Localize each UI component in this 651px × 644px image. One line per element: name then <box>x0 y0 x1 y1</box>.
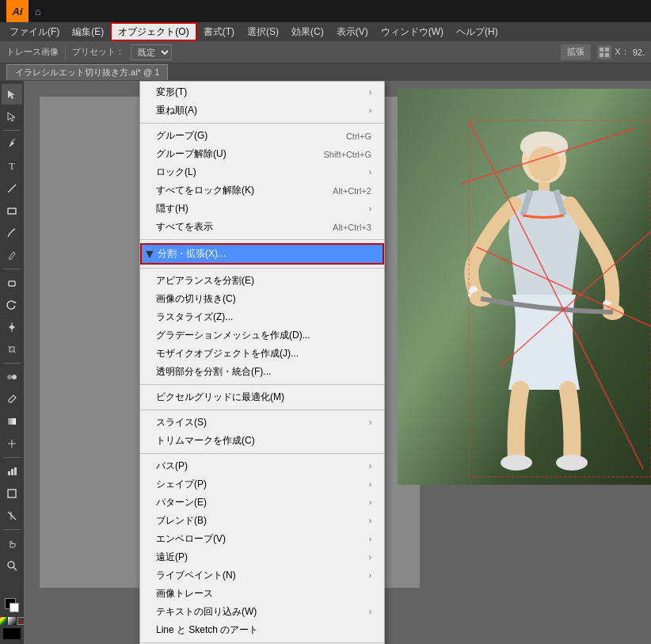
gradient-btn[interactable] <box>8 617 16 625</box>
arrow-live-paint: › <box>369 571 371 580</box>
x-label: X： <box>615 46 629 58</box>
tool-line[interactable] <box>2 178 22 199</box>
svg-point-29 <box>528 147 560 181</box>
svg-point-23 <box>8 562 14 568</box>
tool-rect[interactable] <box>2 200 22 221</box>
main-area: T <box>0 81 651 644</box>
tool-slice[interactable] <box>2 505 22 526</box>
tool-scale[interactable] <box>2 339 22 360</box>
arrow-transform: › <box>369 88 371 97</box>
menu-shape[interactable]: シェイプ(P) › <box>140 475 384 493</box>
menu-flatten[interactable]: アピアランスを分割(E) <box>140 272 384 290</box>
toolbar-row: トレース画像 プリセット： 既定 拡張 X： 92. <box>0 41 651 63</box>
canvas-image <box>398 89 651 485</box>
menu-group[interactable]: グループ(G) Ctrl+G <box>140 127 384 145</box>
menu-path[interactable]: パス(P) › <box>140 457 384 475</box>
menu-section-6: スライス(S) › トリムマークを作成(C) <box>140 412 384 452</box>
menu-ungroup[interactable]: グループ解除(U) Shift+Ctrl+G <box>140 145 384 163</box>
tool-eraser[interactable] <box>2 272 22 293</box>
menu-unlock-all[interactable]: すべてをロック解除(K) Alt+Ctrl+2 <box>140 181 384 200</box>
arrow-slice: › <box>369 418 371 427</box>
ai-logo: Ai <box>6 0 29 22</box>
arrow-text-wrap: › <box>369 608 371 616</box>
tool-mirror[interactable] <box>2 317 22 337</box>
svg-rect-6 <box>8 208 16 214</box>
divider-5 <box>140 410 384 410</box>
menu-hide[interactable]: 隠す(H) › <box>140 200 384 218</box>
tool-gradient[interactable] <box>2 411 22 432</box>
home-icon[interactable]: ⌂ <box>35 6 41 17</box>
tool-rotate[interactable] <box>2 295 22 315</box>
menu-gradient-mesh[interactable]: グラデーションメッシュを作成(D)... <box>140 326 384 345</box>
menu-select[interactable]: 選択(S) <box>241 22 285 41</box>
menu-edit[interactable]: 編集(E) <box>66 22 110 41</box>
menu-arrange[interactable]: 重ね順(A) › <box>140 101 384 120</box>
menu-slice[interactable]: スライス(S) › <box>140 413 384 432</box>
tool-sep-3 <box>3 363 21 364</box>
menu-file[interactable]: ファイル(F) <box>3 22 66 41</box>
fill-stroke-colors[interactable] <box>3 596 21 614</box>
preset-select[interactable]: 既定 <box>131 44 172 60</box>
color-btn[interactable] <box>0 617 6 625</box>
file-tab-item[interactable]: イラレシルエット切り抜き方.ai* @ 1 <box>6 64 168 80</box>
menu-pattern[interactable]: パターン(E) › <box>140 493 384 512</box>
svg-rect-0 <box>600 48 603 51</box>
divider-2 <box>140 239 384 240</box>
trace-label: トレース画像 <box>6 46 59 58</box>
menu-mosaic[interactable]: モザイクオブジェクトを作成(J)... <box>140 345 384 363</box>
menu-live-paint[interactable]: ライブペイント(N) › <box>140 566 384 585</box>
tool-blend[interactable] <box>2 367 22 387</box>
grid-icon <box>597 45 611 59</box>
tool-sep-2 <box>3 269 21 269</box>
menu-rasterize[interactable]: ラスタライズ(Z)... <box>140 308 384 326</box>
tool-mesh[interactable] <box>2 433 22 454</box>
menu-line-sketch[interactable]: Line と Sketch のアート <box>140 621 384 639</box>
tool-chart[interactable] <box>2 461 22 482</box>
arrow-pattern: › <box>369 498 371 507</box>
menu-type[interactable]: 書式(T) <box>197 22 241 41</box>
menu-blend[interactable]: ブレンド(B) › <box>140 512 384 530</box>
tool-brush[interactable] <box>2 223 22 243</box>
svg-rect-14 <box>8 418 16 425</box>
menu-crop-image[interactable]: 画像の切り抜き(C) <box>140 290 384 308</box>
menu-transform[interactable]: 変形(T) › <box>140 83 384 101</box>
menu-envelope[interactable]: エンベロープ(V) › <box>140 530 384 548</box>
expand-button[interactable]: 拡張 <box>561 44 591 60</box>
menu-lock[interactable]: ロック(L) › <box>140 163 384 181</box>
tool-artboard[interactable] <box>2 483 22 504</box>
menu-effect[interactable]: 効果(C) <box>285 22 330 41</box>
file-tab: イラレシルエット切り抜き方.ai* @ 1 <box>0 63 651 81</box>
menu-trim-mark[interactable]: トリムマークを作成(C) <box>140 432 384 450</box>
menu-section-1: 変形(T) › 重ね順(A) › <box>140 82 384 121</box>
menu-flatten-transparency[interactable]: 透明部分を分割・統合(F)... <box>140 363 384 381</box>
menu-section-5: ピクセルグリッドに最適化(M) <box>140 387 384 408</box>
screen-mode-btn[interactable] <box>3 628 21 639</box>
menu-window[interactable]: ウィンドウ(W) <box>375 22 450 41</box>
tool-pencil[interactable] <box>2 245 22 265</box>
arrow-perspective: › <box>369 553 371 562</box>
menu-section-7: パス(P) › シェイプ(P) › パターン(E) › ブレンド(B) › <box>140 455 384 641</box>
menu-bar: ファイル(F) 編集(E) オブジェクト(O) 書式(T) 選択(S) 効果(C… <box>0 22 651 41</box>
menu-help[interactable]: ヘルプ(H) <box>450 22 504 41</box>
tool-direct-select[interactable] <box>2 106 22 127</box>
canvas-area: 変形(T) › 重ね順(A) › グループ(G) Ctrl+G <box>24 81 651 644</box>
menu-image-trace[interactable]: 画像トレース <box>140 585 384 603</box>
tool-pen[interactable] <box>2 134 22 154</box>
svg-rect-3 <box>605 53 609 57</box>
tool-eyedropper[interactable] <box>2 389 22 410</box>
tool-zoom[interactable] <box>2 555 22 576</box>
menu-show-all[interactable]: すべてを表示 Alt+Ctrl+3 <box>140 218 384 236</box>
menu-pixel-grid[interactable]: ピクセルグリッドに最適化(M) <box>140 388 384 406</box>
menu-view[interactable]: 表示(V) <box>330 22 375 41</box>
menu-perspective[interactable]: 遠近(P) › <box>140 548 384 566</box>
menu-object[interactable]: オブジェクト(O) <box>110 22 196 41</box>
tool-type[interactable]: T <box>2 156 22 177</box>
tool-select[interactable] <box>2 84 22 105</box>
tool-sep-4 <box>3 457 21 458</box>
svg-point-34 <box>556 455 588 471</box>
menu-expand[interactable]: 分割・拡張(X)... <box>140 243 384 265</box>
svg-point-13 <box>12 375 17 379</box>
svg-rect-17 <box>8 471 10 475</box>
menu-text-wrap[interactable]: テキストの回り込み(W) › <box>140 603 384 621</box>
tool-hand[interactable] <box>2 533 22 554</box>
